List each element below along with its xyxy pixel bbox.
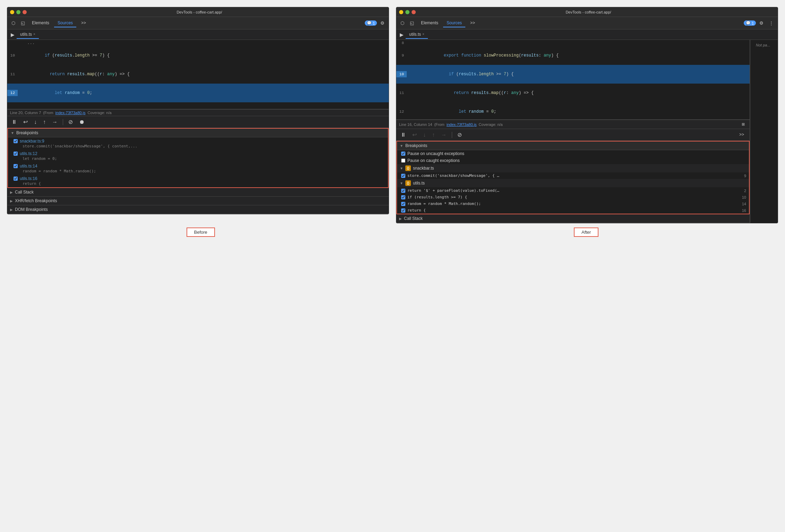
- code-side-after: 8 9 export function slowProcessing(resul…: [396, 40, 750, 223]
- triangle-snackbar: ▼: [400, 166, 403, 170]
- bp-row-utils-14[interactable]: random = random * Math.random(); 14: [397, 200, 749, 207]
- dom-breakpoints-section[interactable]: ▶ DOM Breakpoints: [7, 205, 389, 214]
- file-tab-close[interactable]: ×: [33, 32, 35, 36]
- pause-btn-after[interactable]: ⏸: [398, 131, 408, 139]
- bp-item-utils14[interactable]: utils.ts:14 random = random * Math.rando…: [8, 162, 388, 175]
- step-over-btn[interactable]: ↩: [21, 118, 30, 126]
- code-editor-after[interactable]: 8 9 export function slowProcessing(resul…: [396, 40, 750, 120]
- bp-item-snackbar[interactable]: snackbar.ts:9 store.commit('snackbar/sho…: [8, 137, 388, 150]
- bp-checkbox-snackbar[interactable]: [14, 139, 18, 143]
- bp-checkbox-utils16[interactable]: [14, 177, 18, 181]
- step-out-btn[interactable]: ↑: [41, 118, 48, 126]
- bp-row-utils-16[interactable]: return { 16: [397, 207, 749, 214]
- step-into-btn-after[interactable]: ↓: [421, 131, 428, 139]
- deactivate-btn-after[interactable]: ⊘: [455, 130, 464, 139]
- pause-btn[interactable]: ⏸: [9, 118, 19, 126]
- bp-check-utils-16[interactable]: [401, 208, 405, 213]
- badge-count: 1: [373, 21, 375, 25]
- cursor-tool-btn-after[interactable]: ⬡: [398, 19, 406, 27]
- before-after-labels: Before After: [7, 228, 778, 237]
- breakpoints-title-before: Breakpoints: [16, 130, 38, 135]
- bp-file-utils14: utils.ts:14: [20, 164, 37, 169]
- more-debug-tabs[interactable]: >>: [736, 131, 748, 139]
- bp-check-utils-10[interactable]: [401, 195, 405, 199]
- sidebar-toggle-btn-after[interactable]: ▶: [398, 31, 406, 38]
- bp-checkbox-utils12[interactable]: [14, 152, 18, 156]
- pause-uncaught-checkbox[interactable]: [401, 152, 405, 156]
- restore-btn[interactable]: [16, 10, 20, 14]
- coverage-after: Coverage: n/a: [479, 122, 503, 127]
- file-tab-close-after[interactable]: ×: [422, 32, 424, 36]
- async-btn[interactable]: ⏺: [77, 118, 87, 126]
- file-tab-utils-after[interactable]: utils.ts ×: [406, 31, 428, 39]
- file-group-utils[interactable]: ▼ {} utils.ts: [397, 179, 749, 187]
- call-stack-section-before[interactable]: ▶ Call Stack: [7, 188, 389, 197]
- bp-checkbox-utils14[interactable]: [14, 164, 18, 168]
- deactivate-btn[interactable]: ⊘: [66, 118, 75, 126]
- step-into-btn[interactable]: ↓: [32, 118, 39, 126]
- sidebar-toggle-btn[interactable]: ▶: [9, 31, 17, 38]
- step-over-btn-after[interactable]: ↩: [410, 130, 419, 139]
- bp-item-utils16[interactable]: utils.ts:16 return {: [8, 175, 388, 187]
- bp-check-snackbar-9[interactable]: [401, 174, 405, 178]
- triangle-xhr: ▶: [10, 199, 13, 203]
- code-line-12: 12 let random = 0;: [7, 84, 389, 102]
- bp-line-utils-14: 14: [739, 202, 746, 206]
- bp-row-utils-10[interactable]: if (results.length >= 7) { 10: [397, 194, 749, 200]
- code-line-10-after: 10 if (results.length >= 7) {: [396, 65, 750, 84]
- triangle-dom: ▶: [10, 208, 13, 212]
- bp-row-utils-2[interactable]: return '$' + parseFloat(value).toFixed(……: [397, 187, 749, 194]
- bp-code-utils16: return {: [14, 181, 385, 186]
- code-line-12-after: 12 let random = 0;: [396, 102, 750, 120]
- tab-sources[interactable]: Sources: [54, 19, 76, 27]
- tab-sources-after[interactable]: Sources: [443, 19, 465, 27]
- file-tab-name-after: utils.ts: [409, 32, 421, 37]
- restore-btn-after[interactable]: [405, 10, 409, 14]
- minimize-btn-after[interactable]: [399, 10, 403, 14]
- inspector-btn-after[interactable]: ◱: [408, 19, 416, 27]
- source-file-link-before[interactable]: index-73f73a80.js: [55, 111, 86, 115]
- close-btn[interactable]: [23, 10, 27, 14]
- breakpoints-header-before[interactable]: ▼ Breakpoints: [8, 129, 388, 137]
- step-btn[interactable]: →: [50, 118, 60, 126]
- pause-caught-checkbox[interactable]: [401, 158, 405, 163]
- triangle-utils: ▼: [400, 181, 403, 185]
- bp-check-utils-2[interactable]: [401, 189, 405, 193]
- settings-btn-after[interactable]: ⚙: [757, 19, 766, 27]
- inspector-btn[interactable]: ◱: [19, 19, 27, 27]
- notification-badge-after: 💬 1: [744, 20, 756, 26]
- xhr-breakpoints-section[interactable]: ▶ XHR/fetch Breakpoints: [7, 197, 389, 205]
- source-file-link-after[interactable]: index-73f73a80.js: [447, 122, 477, 127]
- breakpoints-title-after: Breakpoints: [405, 143, 427, 148]
- code-editor-before[interactable]: ... 10 if (results.length >= 7) { 11 ret…: [7, 40, 389, 109]
- bp-code-utils-10: if (results.length >= 7) {: [407, 195, 737, 199]
- tab-elements-after[interactable]: Elements: [417, 19, 442, 27]
- pause-caught-row[interactable]: Pause on caught exceptions: [397, 157, 749, 164]
- step-btn-after[interactable]: →: [439, 131, 449, 139]
- pause-uncaught-row[interactable]: Pause on uncaught exceptions: [397, 150, 749, 157]
- close-btn-after[interactable]: [412, 10, 416, 14]
- minimize-btn[interactable]: [10, 10, 14, 14]
- cursor-tool-btn[interactable]: ⬡: [9, 19, 17, 27]
- call-stack-section-after[interactable]: ▶ Call Stack: [396, 214, 750, 223]
- debug-toolbar-after: ⏸ ↩ ↓ ↑ → ⊘ >>: [396, 129, 750, 141]
- bp-check-utils-14[interactable]: [401, 202, 405, 206]
- call-stack-title-after: Call Stack: [404, 216, 423, 221]
- file-group-snackbar[interactable]: ▼ {} snackbar.ts: [397, 164, 749, 172]
- file-tab-utils[interactable]: utils.ts ×: [17, 31, 39, 39]
- bp-file-utils16: utils.ts:16: [20, 176, 37, 181]
- breakpoints-header-after[interactable]: ▼ Breakpoints: [397, 141, 749, 150]
- more-btn-after[interactable]: ⋮: [767, 19, 776, 27]
- main-layout-after: 8 9 export function slowProcessing(resul…: [396, 40, 778, 223]
- tab-more-after[interactable]: >>: [467, 19, 478, 27]
- right-side-panel: Not pa...: [750, 40, 778, 223]
- tab-more[interactable]: >>: [78, 19, 89, 27]
- code-line-11: 11 return results.map((r: any) => {: [7, 65, 389, 84]
- tab-elements[interactable]: Elements: [28, 19, 53, 27]
- window-controls: [10, 10, 27, 14]
- bp-item-utils12[interactable]: utils.ts:12 let random = 0;: [8, 150, 388, 162]
- step-out-btn-after[interactable]: ↑: [430, 131, 437, 139]
- settings-btn[interactable]: ⚙: [378, 19, 387, 27]
- bp-row-snackbar-9[interactable]: store.commit('snackbar/showMessage', { ……: [397, 172, 749, 179]
- source-map-btn[interactable]: ⊞: [740, 121, 747, 128]
